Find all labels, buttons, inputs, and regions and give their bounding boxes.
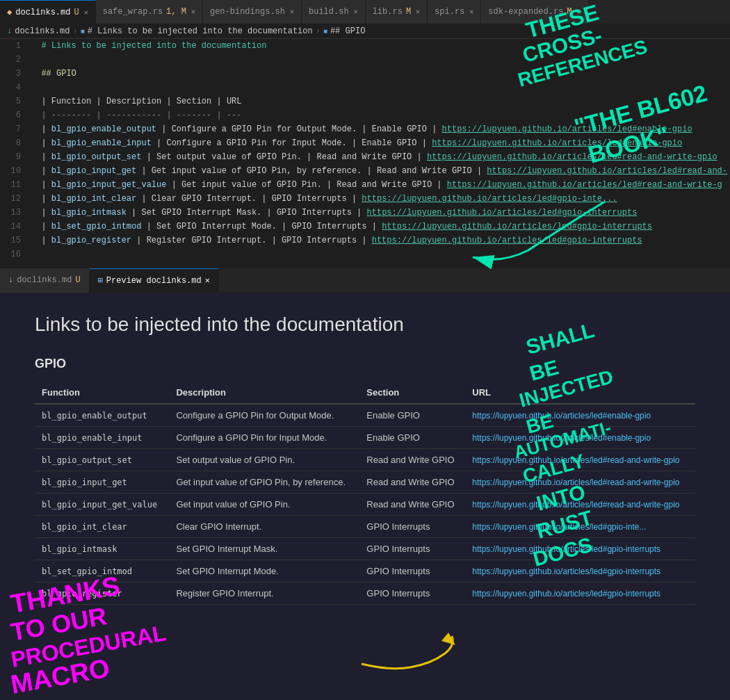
editor-line-8: 8 | bl_gpio_enable_input | Configure a G…: [0, 136, 730, 150]
cell-url: https://lupyuen.github.io/articles/led#g…: [465, 583, 695, 605]
breadcrumb-subheading: ## GPIO: [330, 26, 365, 36]
tab-label-preview: Preview doclinks.md: [106, 276, 202, 286]
tab-close-icon[interactable]: ✕: [191, 8, 195, 16]
tab-spi-rs[interactable]: spi.rs ✕: [428, 0, 481, 24]
cell-url: https://lupyuen.github.io/articles/led#e…: [465, 404, 695, 427]
editor-line-14: 14 | bl_set_gpio_intmod | Set GPIO Inter…: [0, 220, 730, 234]
breadcrumb-sep2: ›: [316, 26, 321, 36]
table-row: bl_gpio_intmask Set GPIO Interrupt Mask.…: [35, 538, 695, 560]
cell-section: Read and Write GPIO: [359, 494, 465, 516]
cell-url: https://lupyuen.github.io/articles/led#g…: [465, 538, 695, 560]
tab-label: doclinks.md: [15, 8, 70, 17]
editor-line-2: 2: [0, 53, 730, 67]
tab-label-bottom: doclinks.md: [17, 275, 72, 285]
preview-section-title: GPIO: [35, 357, 695, 371]
tab-label: sdk-expanded.rs: [488, 7, 563, 17]
tab-label: build.sh: [309, 7, 349, 17]
tab-lib-rs[interactable]: lib.rs M ✕: [366, 0, 428, 24]
table-row: bl_gpio_output_set Set output value of G…: [35, 449, 695, 471]
tab-preview-doclinks[interactable]: ⊞ Preview doclinks.md ✕: [90, 268, 219, 293]
tab-label: gen-bindings.sh: [210, 7, 285, 17]
breadcrumb: ↓ doclinks.md › ■ # Links to be injected…: [0, 24, 730, 39]
table-row: bl_gpio_enable_input Configure a GPIO Pi…: [35, 427, 695, 449]
tab-close-icon[interactable]: ✕: [577, 8, 581, 16]
cell-desc: Set output value of GPIO Pin.: [169, 449, 359, 471]
cell-desc: Get input value of GPIO Pin.: [169, 494, 359, 516]
cell-func: bl_gpio_input_get_value: [35, 494, 169, 516]
tab-modified: M: [406, 7, 411, 17]
cell-url: https://lupyuen.github.io/articles/led#g…: [465, 560, 695, 583]
cell-section: GPIO Interrupts: [359, 560, 465, 583]
breadcrumb-icon2: ■: [323, 28, 327, 35]
tab-sdk-expanded[interactable]: sdk-expanded.rs M ✕: [481, 0, 588, 24]
tab-modified: M: [567, 7, 571, 17]
cell-desc: Get input value of GPIO Pin, by referenc…: [169, 471, 359, 494]
table-row: bl_gpio_int_clear Clear GPIO Interrupt. …: [35, 516, 695, 538]
tab-modified-bottom: U: [75, 275, 80, 285]
editor-pane: 1 # Links to be injected into the docume…: [0, 39, 730, 268]
tab-close-icon[interactable]: ✕: [416, 8, 420, 16]
preview-tab-bar: ↓ doclinks.md U ⊞ Preview doclinks.md ✕: [0, 268, 730, 293]
editor-lines: 1 # Links to be injected into the docume…: [0, 39, 730, 261]
col-header-section: Section: [359, 382, 465, 404]
cell-func: bl_gpio_intmask: [35, 538, 169, 560]
tab-doclinks-bottom[interactable]: ↓ doclinks.md U: [0, 268, 90, 293]
cell-url: https://lupyuen.github.io/articles/led#e…: [465, 427, 695, 449]
tab-safe-wrap[interactable]: safe_wrap.rs 1, M ✕: [96, 0, 203, 24]
preview-icon: ⊞: [98, 275, 103, 286]
tab-close-icon[interactable]: ✕: [290, 8, 294, 16]
editor-line-9: 9 | bl_gpio_output_set | Set output valu…: [0, 150, 730, 164]
preview-table: Function Description Section URL bl_gpio…: [35, 382, 695, 605]
tab-doclinks-md[interactable]: ◆ doclinks.md U ✕: [0, 0, 96, 24]
editor-line-11: 11 | bl_gpio_input_get_value | Get input…: [0, 178, 730, 192]
cell-func: bl_gpio_enable_input: [35, 427, 169, 449]
cell-func: bl_gpio_output_set: [35, 449, 169, 471]
col-header-url: URL: [465, 382, 695, 404]
cell-desc: Configure a GPIO Pin for Input Mode.: [169, 427, 359, 449]
preview-title: Links to be injected into the documentat…: [35, 314, 695, 336]
tab-label: lib.rs: [373, 7, 403, 17]
cell-func: bl_gpio_register: [35, 583, 169, 605]
table-row: bl_gpio_register Register GPIO Interrupt…: [35, 583, 695, 605]
tab-label: safe_wrap.rs: [103, 7, 163, 17]
tab-close-icon[interactable]: ✕: [354, 8, 358, 16]
cell-func: bl_gpio_int_clear: [35, 516, 169, 538]
editor-line-13: 13 | bl_gpio_intmask | Set GPIO Interrup…: [0, 206, 730, 220]
cell-url: https://lupyuen.github.io/articles/led#r…: [465, 449, 695, 471]
tab-close-icon[interactable]: ✕: [469, 8, 473, 16]
cell-desc: Set GPIO Interrupt Mask.: [169, 538, 359, 560]
col-header-function: Function: [35, 382, 169, 404]
tab-close-icon[interactable]: ✕: [84, 8, 88, 17]
cell-url: https://lupyuen.github.io/articles/led#r…: [465, 494, 695, 516]
table-row: bl_set_gpio_intmod Set GPIO Interrupt Mo…: [35, 560, 695, 583]
table-row: bl_gpio_input_get Get input value of GPI…: [35, 471, 695, 494]
file-icon-bottom: ↓: [8, 275, 13, 285]
table-header-row: Function Description Section URL: [35, 382, 695, 404]
cell-section: GPIO Interrupts: [359, 516, 465, 538]
cell-func: bl_gpio_input_get: [35, 471, 169, 494]
tab-bar: ◆ doclinks.md U ✕ safe_wrap.rs 1, M ✕ ge…: [0, 0, 730, 24]
cell-desc: Configure a GPIO Pin for Output Mode.: [169, 404, 359, 427]
preview-pane: Links to be injected into the documentat…: [0, 293, 730, 700]
breadcrumb-sep: ›: [72, 26, 77, 36]
tab-build[interactable]: build.sh ✕: [302, 0, 366, 24]
cell-url: https://lupyuen.github.io/articles/led#g…: [465, 516, 695, 538]
table-row: bl_gpio_input_get_value Get input value …: [35, 494, 695, 516]
cell-section: Read and Write GPIO: [359, 449, 465, 471]
editor-line-16: 16: [0, 247, 730, 261]
cell-url: https://lupyuen.github.io/articles/led#r…: [465, 471, 695, 494]
cell-section: GPIO Interrupts: [359, 583, 465, 605]
tab-close-preview[interactable]: ✕: [205, 275, 210, 286]
table-row: bl_gpio_enable_output Configure a GPIO P…: [35, 404, 695, 427]
tab-modified: U: [74, 8, 79, 17]
tab-gen-bindings[interactable]: gen-bindings.sh ✕: [203, 0, 302, 24]
editor-line-15: 15 | bl_gpio_register | Register GPIO In…: [0, 234, 730, 247]
editor-line-12: 12 | bl_gpio_int_clear | Clear GPIO Inte…: [0, 192, 730, 206]
editor-line-10: 10 | bl_gpio_input_get | Get input value…: [0, 164, 730, 178]
tab-label: spi.rs: [435, 7, 464, 17]
cell-section: GPIO Interrupts: [359, 538, 465, 560]
cell-section: Enable GPIO: [359, 404, 465, 427]
cell-func: bl_gpio_enable_output: [35, 404, 169, 427]
cell-section: Read and Write GPIO: [359, 471, 465, 494]
editor-line-7: 7 | bl_gpio_enable_output | Configure a …: [0, 122, 730, 136]
